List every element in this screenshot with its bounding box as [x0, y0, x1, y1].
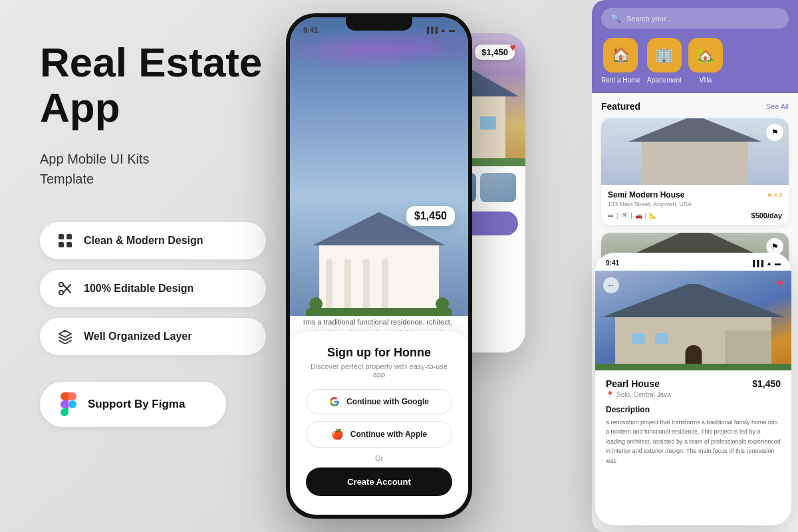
layers-icon — [56, 327, 74, 346]
br-description-title: Description — [606, 405, 781, 414]
property-image — [290, 17, 468, 316]
category-apartment[interactable]: 🏢 Apartement — [647, 38, 682, 84]
card-info-1: Semi Modern House ★ 4.9 123 Main Street,… — [601, 185, 789, 225]
villa-icon: 🏡 — [688, 38, 723, 72]
svg-rect-3 — [66, 242, 72, 247]
category-rent[interactable]: 🏠 Rent a Home — [601, 38, 640, 84]
br-property-image: ← ♥ — [595, 271, 791, 370]
phone-screen: 9:41 ▐▐▐ ▲ ▬ — [290, 17, 468, 515]
area-icon: 📐 — [649, 212, 656, 219]
card-amenities-1: 🛏 | 🚿 | 🚗 | 📐 — [608, 212, 656, 219]
apple-button[interactable]: 🍎 Continue with Apple — [306, 421, 452, 448]
apple-button-text: Continue with Apple — [350, 430, 428, 439]
card-address-1: 123 Main Street, Anytown, USA — [608, 201, 782, 207]
subtitle: App Mobile UI Kits Template — [40, 149, 306, 189]
svg-rect-0 — [59, 234, 64, 239]
status-time: 9:41 — [303, 26, 318, 34]
br-location: 📍 Solo, Central Java — [606, 391, 781, 398]
feature-label-clean: Clean & Modern Design — [84, 235, 203, 247]
featured-header: Featured See All — [601, 101, 789, 112]
center-phone: 9:41 ▐▐▐ ▲ ▬ — [286, 13, 472, 519]
heart-icon[interactable]: ♥ — [510, 42, 517, 54]
property-image-1: ⚑ — [601, 118, 789, 185]
category-list: 🏠 Rent a Home 🏢 Apartement 🏡 Villa — [601, 38, 789, 93]
br-time: 9:41 — [606, 259, 619, 267]
br-window-2 — [655, 333, 668, 344]
feature-label-organized: Well Organized Layer — [84, 331, 192, 342]
svg-rect-2 — [59, 242, 64, 247]
grid-icon — [56, 231, 74, 250]
br-content: Pearl House $1,450 📍 Solo, Central Java … — [595, 370, 791, 473]
br-window-1 — [632, 333, 645, 344]
figma-badge: Support By Figma — [40, 382, 226, 427]
feature-item-editable: 100% Editable Design — [40, 270, 266, 307]
apartment-label: Apartement — [647, 76, 682, 84]
rp-header: 🔍 Search your... 🏠 Rent a Home 🏢 Apartem… — [592, 0, 798, 93]
google-button[interactable]: Continue with Google — [306, 389, 452, 414]
status-icons: ▐▐▐ ▲ ▬ — [425, 27, 455, 33]
br-house-roof — [602, 284, 785, 317]
apple-icon: 🍎 — [331, 428, 344, 440]
card-title-1: Semi Modern House — [608, 190, 684, 200]
br-lawn — [595, 364, 791, 370]
featured-title: Featured — [601, 101, 640, 112]
scissors-icon — [56, 279, 74, 298]
subtitle-line1: App Mobile UI Kits — [40, 152, 150, 166]
br-description-text: a renovation project that transforms a t… — [606, 418, 781, 466]
price-tag: $1,450 — [406, 206, 455, 226]
br-property-name: Pearl House — [606, 378, 660, 389]
feature-list: Clean & Modern Design 100% Editable Desi… — [40, 222, 306, 355]
villa-label: Villa — [700, 76, 712, 84]
phone-notch — [346, 17, 412, 31]
thumb-image-2 — [480, 173, 516, 202]
rent-label: Rent a Home — [601, 76, 640, 84]
card-price-1: $500/day — [751, 211, 782, 219]
br-status-bar: 9:41 ▐▐▐ ▲ ▬ — [595, 253, 791, 271]
signup-title: Sign up for Honne — [306, 346, 452, 360]
search-icon: 🔍 — [610, 13, 621, 23]
title-line1: Real Estate — [40, 39, 262, 85]
card-rating-1: ★ 4.9 — [767, 192, 782, 198]
search-placeholder: Search your... — [626, 15, 672, 23]
property-detail-phone: 9:41 ▐▐▐ ▲ ▬ ← ♥ Pearl House $1,450 📍 So… — [595, 253, 791, 525]
or-divider: Or — [306, 454, 452, 462]
location-pin-icon: 📍 — [606, 391, 614, 398]
feature-label-editable: 100% Editable Design — [84, 283, 194, 295]
property-card-1[interactable]: ⚑ Semi Modern House ★ 4.9 123 Main Stree… — [601, 118, 789, 225]
br-status-icons: ▐▐▐ ▲ ▬ — [751, 259, 781, 267]
category-villa[interactable]: 🏡 Villa — [688, 38, 723, 84]
left-section: Real Estate App App Mobile UI Kits Templ… — [40, 40, 306, 427]
signup-card: Sign up for Honne Discover perfect prope… — [290, 331, 468, 515]
bookmark-icon-1[interactable]: ⚑ — [766, 124, 783, 141]
google-button-text: Continue with Google — [346, 397, 429, 406]
create-account-button[interactable]: Create Account — [306, 467, 452, 496]
bath-icon: 🚿 — [620, 212, 628, 219]
search-bar[interactable]: 🔍 Search your... — [601, 8, 789, 29]
main-title: Real Estate App — [40, 40, 306, 130]
rent-icon: 🏠 — [603, 38, 638, 72]
figma-badge-text: Support By Figma — [88, 398, 185, 411]
google-icon — [329, 396, 340, 407]
house-window-right — [480, 116, 496, 130]
garage-icon: 🚗 — [635, 212, 642, 219]
title-line2: App — [40, 84, 120, 130]
card-meta-1: 🛏 | 🚿 | 🚗 | 📐 $500/day — [608, 211, 782, 219]
apartment-icon: 🏢 — [647, 38, 682, 72]
subtitle-line2: Template — [40, 172, 94, 186]
br-property-row: Pearl House $1,450 — [606, 378, 781, 389]
figma-icon — [59, 392, 78, 416]
feature-item-clean-design: Clean & Modern Design — [40, 222, 266, 259]
br-property-price: $1,450 — [752, 378, 781, 389]
house-image-1 — [601, 118, 789, 185]
svg-rect-1 — [66, 234, 72, 239]
bed-icon: 🛏 — [608, 212, 614, 219]
see-all-link[interactable]: See All — [766, 102, 789, 110]
signup-subtitle: Discover perfect property with easy-to-u… — [306, 362, 452, 378]
feature-item-organized: Well Organized Layer — [40, 318, 266, 355]
